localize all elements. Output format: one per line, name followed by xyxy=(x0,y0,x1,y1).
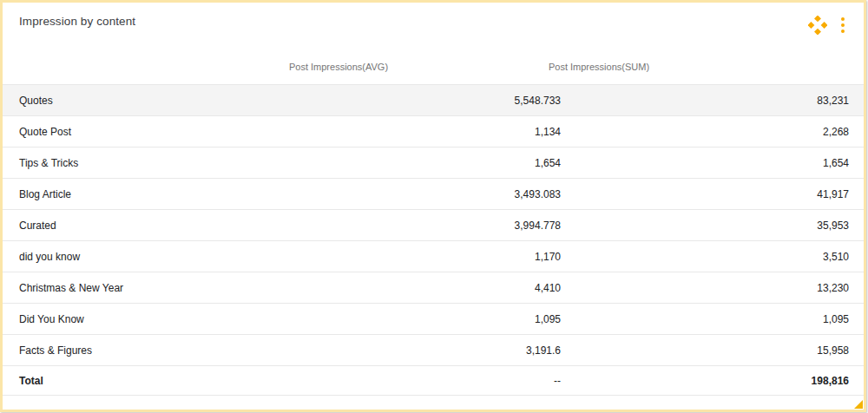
row-label: Curated xyxy=(3,220,274,232)
row-label: Christmas & New Year xyxy=(3,282,274,294)
row-avg-value: 1,134 xyxy=(274,126,561,138)
table-row[interactable]: Quote Post1,1342,268 xyxy=(3,116,864,148)
row-sum-value: 41,917 xyxy=(561,188,864,200)
row-avg-value: 1,095 xyxy=(274,313,561,325)
row-label: Facts & Figures xyxy=(3,344,274,357)
row-avg-value: 4,410 xyxy=(274,282,561,294)
table-row[interactable]: Tips & Tricks1,6541,654 xyxy=(3,148,864,179)
table-row[interactable]: Blog Article3,493.08341,917 xyxy=(3,179,864,210)
row-label: Quote Post xyxy=(3,126,274,138)
row-label: Tips & Tricks xyxy=(3,157,274,169)
row-sum-value: 3,510 xyxy=(561,251,864,263)
drag-handle-icon[interactable] xyxy=(808,16,827,35)
table-row[interactable]: Facts & Figures3,191.615,958 xyxy=(3,335,864,366)
resize-handle[interactable] xyxy=(854,400,863,409)
table-body: Quotes5,548.73383,231Quote Post1,1342,26… xyxy=(3,84,864,396)
column-header-sum[interactable]: Post Impressions(SUM) xyxy=(549,62,649,72)
row-sum-value: 35,953 xyxy=(561,220,864,232)
table-row[interactable]: Christmas & New Year4,41013,230 xyxy=(3,272,864,304)
table-row[interactable]: did you know1,1703,510 xyxy=(3,241,864,272)
table-total-row[interactable]: Total--198,816 xyxy=(3,366,864,396)
row-avg-value: -- xyxy=(274,375,561,387)
row-label: Total xyxy=(3,375,274,387)
row-avg-value: 3,191.6 xyxy=(274,344,561,357)
row-avg-value: 3,493.083 xyxy=(274,188,561,200)
row-sum-value: 1,654 xyxy=(561,157,864,169)
row-label: Quotes xyxy=(3,95,274,107)
chart-title: Impression by content xyxy=(19,15,135,28)
row-sum-value: 15,958 xyxy=(561,344,864,357)
row-sum-value: 1,095 xyxy=(561,313,864,325)
column-header-avg[interactable]: Post Impressions(AVG) xyxy=(289,62,388,72)
row-avg-value: 3,994.778 xyxy=(274,220,561,232)
row-avg-value: 1,170 xyxy=(274,251,561,263)
row-sum-value: 13,230 xyxy=(561,282,864,294)
row-avg-value: 5,548.733 xyxy=(274,95,561,107)
kebab-menu-icon[interactable] xyxy=(838,16,848,35)
row-sum-value: 2,268 xyxy=(561,126,864,138)
row-sum-value: 83,231 xyxy=(561,95,864,107)
row-label: did you know xyxy=(3,251,274,263)
row-avg-value: 1,654 xyxy=(274,157,561,169)
row-sum-value: 198,816 xyxy=(561,375,864,387)
chart-header-toolbar xyxy=(808,16,848,35)
table-row[interactable]: Curated3,994.77835,953 xyxy=(3,210,864,241)
row-label: Did You Know xyxy=(3,313,274,325)
table-row[interactable]: Did You Know1,0951,095 xyxy=(3,304,864,335)
row-label: Blog Article xyxy=(3,188,274,200)
table-row[interactable]: Quotes5,548.73383,231 xyxy=(3,85,864,116)
chart-card: Impression by content Post Impressions(A… xyxy=(0,0,866,412)
